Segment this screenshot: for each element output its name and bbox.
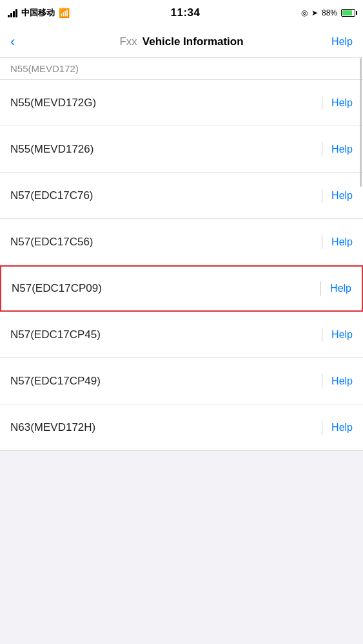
item-7-help-button[interactable]: Help [331,422,353,433]
location-icon: ◎ [301,8,308,17]
item-3-divider [322,235,322,249]
item-7-right: Help [322,421,353,435]
back-chevron-icon: ‹ [10,35,15,49]
item-5-divider [322,328,322,342]
item-0-divider [322,96,322,110]
nav-bar: ‹ Fxx Vehicle Information Help [0,26,363,58]
battery-icon [341,9,355,17]
signal-icon [8,8,17,17]
item-6-label: N57(EDC17CP49) [10,375,101,388]
status-right: ◎ ➤ 88% [301,8,355,17]
item-2-label: N57(EDC17C76) [10,189,93,202]
item-0-right: Help [322,96,353,110]
item-4-right: Help [320,281,351,296]
item-5-label: N57(EDC17CP45) [10,328,101,341]
nav-help-button[interactable]: Help [331,36,353,48]
item-1-right: Help [322,142,353,156]
item-5-help-button[interactable]: Help [331,329,353,341]
item-7[interactable]: N63(MEVD172H)Help [0,404,363,451]
item-6-right: Help [322,374,353,388]
item-2-help-button[interactable]: Help [331,190,353,202]
item-7-divider [322,421,322,435]
item-5[interactable]: N57(EDC17CP45)Help [0,312,363,358]
item-3-label: N57(EDC17C56) [10,236,93,249]
item-3-help-button[interactable]: Help [331,236,353,248]
item-2-divider [322,189,322,203]
item-7-label: N63(MEVD172H) [10,421,95,434]
item-0-label: N55(MEVD172G) [10,97,96,109]
item-4-help-button[interactable]: Help [330,283,351,294]
back-button[interactable]: ‹ [10,35,36,49]
item-3[interactable]: N57(EDC17C56)Help [0,219,363,265]
item-1-divider [322,142,322,156]
status-bar: 中国移动 📶 11:34 ◎ ➤ 88% [0,0,363,26]
nav-title: Vehicle Information [142,35,244,48]
item-1[interactable]: N55(MEVD1726)Help [0,126,363,173]
item-3-right: Help [322,235,353,249]
status-carrier: 中国移动 📶 [8,7,70,19]
item-4[interactable]: N57(EDC17CP09)Help [0,265,363,312]
item-2[interactable]: N57(EDC17C76)Help [0,173,363,219]
arrow-icon: ➤ [311,8,318,17]
scrollbar[interactable] [360,58,362,187]
item-4-label: N57(EDC17CP09) [12,282,102,295]
item-4-divider [320,281,321,296]
top-hint-label: N55(MEVD172) [10,63,79,74]
item-1-label: N55(MEVD1726) [10,143,93,156]
item-5-right: Help [322,328,353,342]
top-hint: N55(MEVD172) [0,58,363,80]
battery-percent: 88% [322,8,337,17]
item-1-help-button[interactable]: Help [331,144,353,155]
item-6-help-button[interactable]: Help [331,375,353,387]
item-0-help-button[interactable]: Help [331,97,353,109]
status-time: 11:34 [170,6,200,19]
wifi-icon: 📶 [59,8,70,18]
nav-title-group: Fxx Vehicle Information [119,35,243,48]
item-6-divider [322,374,322,388]
carrier-label: 中国移动 [21,7,55,19]
item-2-right: Help [322,189,353,203]
item-0[interactable]: N55(MEVD172G)Help [0,80,363,126]
nav-subtitle: Fxx [119,35,137,48]
list-container: N55(MEVD172G)HelpN55(MEVD1726)HelpN57(ED… [0,80,363,451]
item-6[interactable]: N57(EDC17CP49)Help [0,358,363,404]
